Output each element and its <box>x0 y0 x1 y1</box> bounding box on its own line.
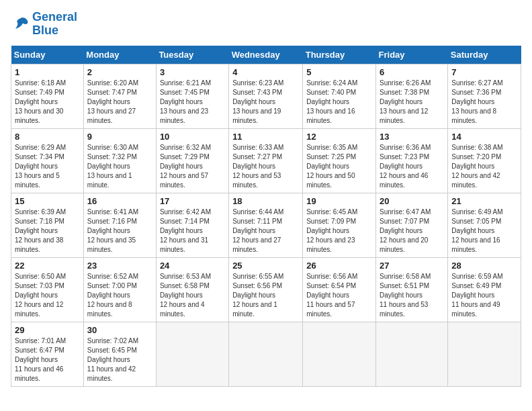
weekday-header-thursday: Thursday <box>303 46 376 64</box>
day-info: Sunrise: 6:45 AM Sunset: 7:09 PM Dayligh… <box>306 208 372 255</box>
day-number: 6 <box>380 67 444 77</box>
weekday-header-wednesday: Wednesday <box>229 46 303 64</box>
day-number: 8 <box>15 132 80 142</box>
day-number: 2 <box>87 67 152 77</box>
calendar-cell: 15 Sunrise: 6:39 AM Sunset: 7:18 PM Dayl… <box>11 193 84 257</box>
calendar-cell: 14 Sunrise: 6:38 AM Sunset: 7:20 PM Dayl… <box>448 128 521 193</box>
day-info: Sunrise: 6:41 AM Sunset: 7:16 PM Dayligh… <box>87 208 152 255</box>
day-info: Sunrise: 6:21 AM Sunset: 7:45 PM Dayligh… <box>160 79 225 126</box>
weekday-header-friday: Friday <box>376 46 448 64</box>
day-info: Sunrise: 6:18 AM Sunset: 7:49 PM Dayligh… <box>15 79 80 126</box>
calendar-cell: 18 Sunrise: 6:44 AM Sunset: 7:11 PM Dayl… <box>229 193 303 257</box>
weekday-header-tuesday: Tuesday <box>156 46 228 64</box>
calendar-cell: 27 Sunrise: 6:58 AM Sunset: 6:51 PM Dayl… <box>376 257 448 322</box>
calendar-cell: 23 Sunrise: 6:52 AM Sunset: 7:00 PM Dayl… <box>83 257 156 322</box>
calendar-cell: 9 Sunrise: 6:30 AM Sunset: 7:32 PM Dayli… <box>83 128 156 193</box>
day-number: 9 <box>87 132 152 142</box>
day-number: 16 <box>87 196 152 206</box>
logo-text: General Blue <box>32 11 77 38</box>
day-info: Sunrise: 6:26 AM Sunset: 7:38 PM Dayligh… <box>380 79 444 126</box>
day-number: 24 <box>160 261 225 271</box>
calendar-cell: 7 Sunrise: 6:27 AM Sunset: 7:36 PM Dayli… <box>448 64 521 128</box>
calendar-week-row: 15 Sunrise: 6:39 AM Sunset: 7:18 PM Dayl… <box>11 193 521 257</box>
day-info: Sunrise: 6:59 AM Sunset: 6:49 PM Dayligh… <box>451 272 517 319</box>
calendar-cell: 1 Sunrise: 6:18 AM Sunset: 7:49 PM Dayli… <box>11 64 84 128</box>
day-info: Sunrise: 6:38 AM Sunset: 7:20 PM Dayligh… <box>451 143 517 190</box>
day-number: 5 <box>306 67 372 77</box>
calendar-cell <box>156 322 228 386</box>
day-info: Sunrise: 6:47 AM Sunset: 7:07 PM Dayligh… <box>380 208 444 255</box>
day-number: 4 <box>232 67 299 77</box>
calendar-cell: 3 Sunrise: 6:21 AM Sunset: 7:45 PM Dayli… <box>156 64 228 128</box>
day-number: 22 <box>15 261 80 271</box>
day-number: 12 <box>306 132 372 142</box>
calendar-cell: 10 Sunrise: 6:32 AM Sunset: 7:29 PM Dayl… <box>156 128 228 193</box>
day-info: Sunrise: 6:30 AM Sunset: 7:32 PM Dayligh… <box>87 143 152 190</box>
day-number: 28 <box>451 261 517 271</box>
calendar-table: SundayMondayTuesdayWednesdayThursdayFrid… <box>11 46 521 387</box>
day-info: Sunrise: 6:50 AM Sunset: 7:03 PM Dayligh… <box>15 272 80 319</box>
logo-icon <box>11 15 30 34</box>
calendar-cell: 24 Sunrise: 6:53 AM Sunset: 6:58 PM Dayl… <box>156 257 228 322</box>
calendar-cell: 4 Sunrise: 6:23 AM Sunset: 7:43 PM Dayli… <box>229 64 303 128</box>
day-number: 1 <box>15 67 80 77</box>
day-info: Sunrise: 6:55 AM Sunset: 6:56 PM Dayligh… <box>232 272 299 319</box>
day-info: Sunrise: 6:35 AM Sunset: 7:25 PM Dayligh… <box>306 143 372 190</box>
calendar-cell: 12 Sunrise: 6:35 AM Sunset: 7:25 PM Dayl… <box>303 128 376 193</box>
day-info: Sunrise: 6:27 AM Sunset: 7:36 PM Dayligh… <box>451 79 517 126</box>
day-number: 3 <box>160 67 225 77</box>
calendar-cell: 29 Sunrise: 7:01 AM Sunset: 6:47 PM Dayl… <box>11 322 84 386</box>
logo: General Blue <box>11 11 77 38</box>
weekday-header-sunday: Sunday <box>11 46 84 64</box>
day-info: Sunrise: 6:44 AM Sunset: 7:11 PM Dayligh… <box>232 208 299 255</box>
day-number: 13 <box>380 132 444 142</box>
day-info: Sunrise: 6:42 AM Sunset: 7:14 PM Dayligh… <box>160 208 225 255</box>
day-info: Sunrise: 7:02 AM Sunset: 6:45 PM Dayligh… <box>87 336 152 383</box>
day-info: Sunrise: 6:24 AM Sunset: 7:40 PM Dayligh… <box>306 79 372 126</box>
day-number: 25 <box>232 261 299 271</box>
day-number: 21 <box>451 196 517 206</box>
day-info: Sunrise: 6:29 AM Sunset: 7:34 PM Dayligh… <box>15 143 80 190</box>
day-number: 10 <box>160 132 225 142</box>
day-info: Sunrise: 6:39 AM Sunset: 7:18 PM Dayligh… <box>15 208 80 255</box>
day-number: 27 <box>380 261 444 271</box>
calendar-cell: 6 Sunrise: 6:26 AM Sunset: 7:38 PM Dayli… <box>376 64 448 128</box>
calendar-cell <box>448 322 521 386</box>
calendar-cell: 16 Sunrise: 6:41 AM Sunset: 7:16 PM Dayl… <box>83 193 156 257</box>
calendar-cell: 19 Sunrise: 6:45 AM Sunset: 7:09 PM Dayl… <box>303 193 376 257</box>
day-number: 15 <box>15 196 80 206</box>
calendar-cell: 17 Sunrise: 6:42 AM Sunset: 7:14 PM Dayl… <box>156 193 228 257</box>
calendar-cell: 22 Sunrise: 6:50 AM Sunset: 7:03 PM Dayl… <box>11 257 84 322</box>
day-number: 29 <box>15 325 80 335</box>
day-info: Sunrise: 6:52 AM Sunset: 7:00 PM Dayligh… <box>87 272 152 319</box>
calendar-cell: 21 Sunrise: 6:49 AM Sunset: 7:05 PM Dayl… <box>448 193 521 257</box>
calendar-cell: 8 Sunrise: 6:29 AM Sunset: 7:34 PM Dayli… <box>11 128 84 193</box>
day-info: Sunrise: 6:53 AM Sunset: 6:58 PM Dayligh… <box>160 272 225 319</box>
day-number: 30 <box>87 325 152 335</box>
day-number: 19 <box>306 196 372 206</box>
weekday-header-row: SundayMondayTuesdayWednesdayThursdayFrid… <box>11 46 521 64</box>
calendar-cell: 11 Sunrise: 6:33 AM Sunset: 7:27 PM Dayl… <box>229 128 303 193</box>
day-info: Sunrise: 6:33 AM Sunset: 7:27 PM Dayligh… <box>232 143 299 190</box>
calendar-cell: 28 Sunrise: 6:59 AM Sunset: 6:49 PM Dayl… <box>448 257 521 322</box>
day-info: Sunrise: 7:01 AM Sunset: 6:47 PM Dayligh… <box>15 336 80 383</box>
page-header: General Blue <box>11 11 521 38</box>
day-number: 26 <box>306 261 372 271</box>
day-number: 11 <box>232 132 299 142</box>
calendar-cell <box>303 322 376 386</box>
day-info: Sunrise: 6:56 AM Sunset: 6:54 PM Dayligh… <box>306 272 372 319</box>
day-info: Sunrise: 6:49 AM Sunset: 7:05 PM Dayligh… <box>451 208 517 255</box>
calendar-week-row: 22 Sunrise: 6:50 AM Sunset: 7:03 PM Dayl… <box>11 257 521 322</box>
calendar-cell: 2 Sunrise: 6:20 AM Sunset: 7:47 PM Dayli… <box>83 64 156 128</box>
weekday-header-saturday: Saturday <box>448 46 521 64</box>
day-info: Sunrise: 6:23 AM Sunset: 7:43 PM Dayligh… <box>232 79 299 126</box>
day-number: 14 <box>451 132 517 142</box>
calendar-cell <box>376 322 448 386</box>
calendar-cell <box>229 322 303 386</box>
calendar-week-row: 1 Sunrise: 6:18 AM Sunset: 7:49 PM Dayli… <box>11 64 521 128</box>
day-info: Sunrise: 6:36 AM Sunset: 7:23 PM Dayligh… <box>380 143 444 190</box>
day-info: Sunrise: 6:58 AM Sunset: 6:51 PM Dayligh… <box>380 272 444 319</box>
calendar-cell: 30 Sunrise: 7:02 AM Sunset: 6:45 PM Dayl… <box>83 322 156 386</box>
calendar-week-row: 8 Sunrise: 6:29 AM Sunset: 7:34 PM Dayli… <box>11 128 521 193</box>
day-number: 17 <box>160 196 225 206</box>
